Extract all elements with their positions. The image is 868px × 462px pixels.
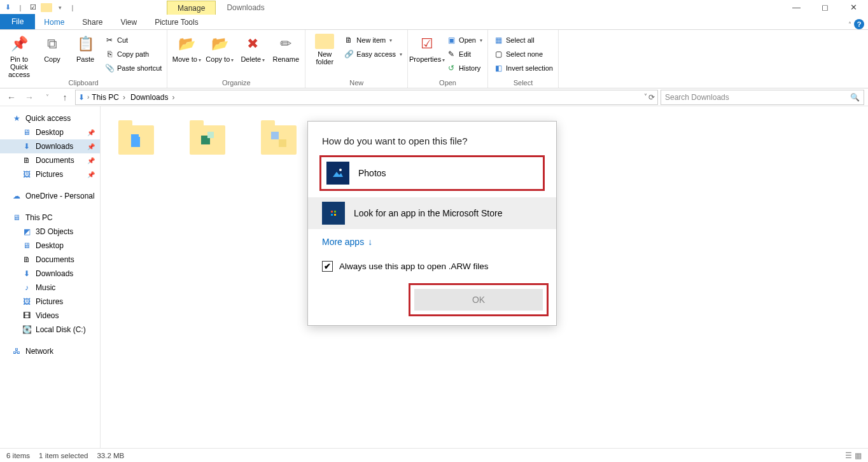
copy-path-button[interactable]: ⎘Copy path	[103, 48, 163, 60]
forward-button[interactable]: →	[22, 92, 37, 102]
folder-item[interactable]	[187, 116, 228, 157]
folder-item[interactable]	[116, 116, 157, 157]
context-tab-manage[interactable]: Manage	[167, 1, 216, 15]
minimize-button[interactable]: —	[782, 0, 811, 15]
maximize-button[interactable]: ◻	[811, 0, 839, 15]
app-option-photos[interactable]: Photos	[321, 157, 543, 189]
nav-music[interactable]: ♪Music	[0, 281, 100, 295]
nav-desktop-2[interactable]: 🖥Desktop	[0, 239, 100, 253]
new-item-button[interactable]: 🗎New item	[342, 34, 403, 46]
disk-icon: 💽	[22, 325, 32, 335]
pictures-icon: 🖼	[22, 169, 32, 179]
search-icon[interactable]: 🔍	[850, 93, 860, 102]
always-use-checkbox[interactable]: ✔	[322, 261, 333, 272]
recent-locations-button[interactable]: ˅	[39, 94, 55, 101]
help-icon[interactable]: ?	[854, 19, 864, 29]
large-icons-view-icon[interactable]: ▦	[855, 451, 862, 460]
rename-button[interactable]: ✏ Rename	[270, 31, 301, 63]
breadcrumb-downloads[interactable]: Downloads	[130, 93, 177, 102]
folder-item[interactable]	[258, 116, 299, 157]
nav-desktop[interactable]: 🖥Desktop📌	[0, 125, 100, 139]
nav-downloads-2[interactable]: ⬇Downloads	[0, 267, 100, 281]
nav-pictures[interactable]: 🖼Pictures📌	[0, 167, 100, 181]
chevron-right-icon[interactable]: ›	[87, 94, 89, 101]
always-use-label: Always use this app to open .ARW files	[339, 262, 489, 271]
folder-icon	[41, 3, 52, 12]
always-use-row[interactable]: ✔ Always use this app to open .ARW files	[308, 255, 556, 283]
status-size: 33.2 MB	[97, 452, 124, 459]
move-to-button[interactable]: 📂 Move to	[171, 31, 202, 64]
tab-share[interactable]: Share	[73, 15, 111, 29]
properties-button[interactable]: ☑ Properties	[412, 31, 442, 64]
nav-onedrive[interactable]: ☁OneDrive - Personal	[0, 189, 100, 203]
back-button[interactable]: ←	[4, 92, 19, 102]
refresh-icon[interactable]: ⟳	[648, 93, 655, 102]
nav-quick-access[interactable]: ★Quick access	[0, 111, 100, 125]
new-folder-button[interactable]: New folder	[309, 31, 340, 66]
nav-pictures-2[interactable]: 🖼Pictures	[0, 295, 100, 309]
copy-button[interactable]: ⧉ Copy	[37, 31, 67, 63]
nav-videos[interactable]: 🎞Videos	[0, 309, 100, 323]
status-bar: 6 items 1 item selected 33.2 MB ☰ ▦	[0, 448, 868, 462]
nav-this-pc[interactable]: 🖥This PC	[0, 211, 100, 225]
invert-selection-button[interactable]: ◧Invert selection	[492, 62, 554, 74]
nav-local-disk[interactable]: 💽Local Disk (C:)	[0, 323, 100, 337]
history-button[interactable]: ↺History	[445, 62, 484, 74]
tab-picture-tools[interactable]: Picture Tools	[146, 15, 207, 29]
checkbox-icon[interactable]: ☑	[28, 3, 38, 13]
paste-button[interactable]: 📋 Paste	[70, 31, 101, 63]
pin-icon: 📌	[87, 157, 95, 164]
star-icon: ★	[11, 113, 22, 123]
downloads-folder-icon: ⬇	[78, 93, 85, 102]
address-dropdown-icon[interactable]: ˅	[644, 93, 647, 102]
search-input[interactable]: Search Downloads 🔍	[661, 90, 864, 105]
qat-dropdown-icon[interactable]: ▾	[55, 3, 65, 13]
nav-downloads[interactable]: ⬇Downloads📌	[0, 139, 100, 153]
delete-button[interactable]: ✖ Delete	[237, 31, 268, 64]
down-arrow-icon[interactable]: ⬇	[3, 3, 13, 13]
nav-documents-2[interactable]: 🗎Documents	[0, 253, 100, 267]
invert-icon: ◧	[493, 63, 503, 73]
highlight-box-photos: Photos	[319, 155, 545, 191]
ribbon-group-organize: 📂 Move to 📂 Copy to ✖ Delete ✏ Rename Or…	[167, 30, 305, 88]
breadcrumb-this-pc[interactable]: This PC	[92, 93, 128, 102]
nav-documents[interactable]: 🗎Documents📌	[0, 153, 100, 167]
easy-access-button[interactable]: 🔗Easy access	[342, 48, 403, 60]
select-none-button[interactable]: ▢Select none	[492, 48, 554, 60]
cut-button[interactable]: ✂Cut	[103, 34, 163, 46]
properties-label: Properties	[409, 55, 445, 64]
address-bar[interactable]: ⬇ › This PC Downloads ˅ ⟳	[75, 90, 658, 105]
select-all-button[interactable]: ▦Select all	[492, 34, 554, 46]
nav-3d-objects[interactable]: ◩3D Objects	[0, 225, 100, 239]
tab-file[interactable]: File	[0, 14, 35, 29]
pin-to-quick-access-button[interactable]: 📌 Pin to Quick access	[4, 31, 34, 78]
search-placeholder: Search Downloads	[665, 93, 729, 102]
tab-view[interactable]: View	[111, 15, 146, 29]
details-view-icon[interactable]: ☰	[845, 451, 852, 460]
collapse-ribbon-icon[interactable]: ˄	[848, 21, 851, 28]
paste-icon: 📋	[75, 34, 95, 54]
nav-network[interactable]: 🖧Network	[0, 344, 100, 358]
new-folder-icon	[315, 34, 334, 49]
edit-button[interactable]: ✎Edit	[445, 48, 484, 60]
ok-button[interactable]: OK	[414, 289, 543, 311]
close-button[interactable]: ✕	[839, 0, 868, 15]
tab-home[interactable]: Home	[35, 15, 73, 29]
history-icon: ↺	[446, 63, 456, 73]
photos-app-icon	[326, 162, 349, 185]
app-option-store[interactable]: Look for an app in the Microsoft Store	[308, 197, 556, 229]
open-with-dialog: How do you want to open this file? Photo…	[307, 121, 557, 326]
new-folder-label: New folder	[309, 50, 340, 66]
quick-access-toolbar: ⬇ | ☑ ▾ |	[0, 3, 78, 13]
copy-to-button[interactable]: 📂 Copy to	[204, 31, 235, 64]
dialog-title: How do you want to open this file?	[322, 136, 542, 146]
pictures-icon: 🖼	[22, 297, 32, 307]
highlight-box-ok: OK	[409, 283, 549, 316]
paste-shortcut-button[interactable]: 📎Paste shortcut	[103, 62, 163, 74]
svg-rect-7	[334, 214, 336, 216]
up-button[interactable]: ↑	[57, 92, 73, 102]
pin-icon: 📌	[87, 129, 95, 136]
open-button[interactable]: ▣Open	[445, 34, 484, 46]
pc-icon: 🖥	[11, 213, 22, 223]
more-apps-link[interactable]: More apps↓	[308, 229, 556, 255]
